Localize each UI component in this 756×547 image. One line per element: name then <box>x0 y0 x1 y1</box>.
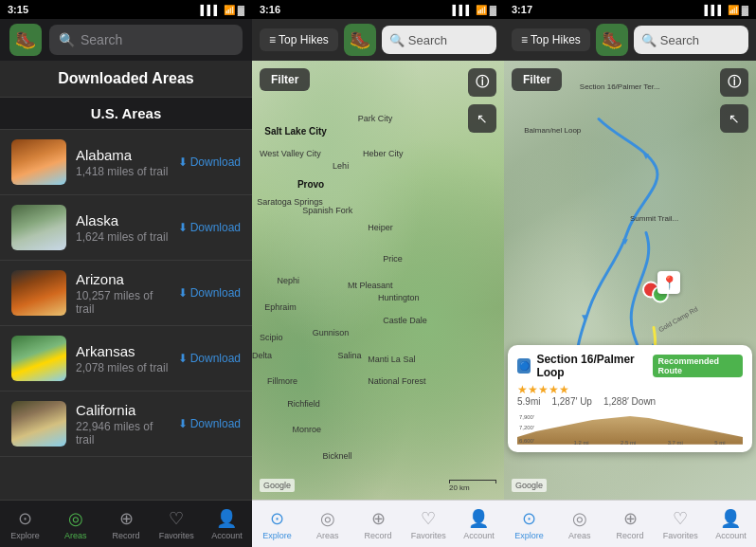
search-box-1[interactable]: 🔍 Search <box>49 25 243 55</box>
map-label: Balman/nel Loop <box>524 126 581 135</box>
area-miles: 22,946 miles of trail <box>76 420 169 447</box>
areas-icon: ◎ <box>68 508 83 529</box>
search-icon-3: 🔍 <box>641 33 657 47</box>
nav-arrow-button-2[interactable]: ↖ <box>468 104 496 133</box>
list-item[interactable]: California 22,946 miles of trail ⬇ Downl… <box>0 392 252 457</box>
list-item[interactable]: Arizona 10,257 miles of trail ⬇ Download <box>0 261 252 326</box>
search-placeholder-1: Search <box>81 32 122 47</box>
status-icons-3: ▌▌▌ 📶 ▓ <box>704 5 748 15</box>
area-list[interactable]: Alabama 1,418 miles of trail ⬇ Download … <box>0 130 252 500</box>
map-label: Monroe <box>293 425 322 434</box>
top-hikes-menu-3[interactable]: ≡ Top Hikes <box>512 28 590 51</box>
tab-account-1[interactable]: 👤 Account <box>202 504 252 544</box>
svg-text:7,900′: 7,900′ <box>519 414 534 420</box>
svg-text:6,600′: 6,600′ <box>519 438 534 444</box>
status-bar-1: 3:15 ▌▌▌ 📶 ▓ <box>0 0 252 19</box>
tab-areas-3[interactable]: ◎ Areas <box>554 504 604 544</box>
tab-label: Favorites <box>159 531 194 540</box>
map-label: National Forest <box>368 376 425 386</box>
info-button-3[interactable]: ⓘ <box>720 68 748 97</box>
map-view-2[interactable]: Salt Lake City Park City West Valley Cit… <box>252 61 504 500</box>
list-item[interactable]: Arkansas 2,078 miles of trail ⬇ Download <box>0 326 252 392</box>
pin-icon: 📍 <box>661 275 677 290</box>
tab-favorites-3[interactable]: ♡ Favorites <box>656 504 706 544</box>
account-icon: 👤 <box>720 508 741 529</box>
area-thumb-arkansas <box>11 336 66 381</box>
app-icon-2[interactable]: 🥾 <box>344 24 376 56</box>
nav-bar-1: 🥾 🔍 Search <box>0 19 252 61</box>
tab-record-2[interactable]: ⊕ Record <box>352 504 403 544</box>
trail-card[interactable]: 🔵 Section 16/Palmer Loop Recommended Rou… <box>508 345 752 452</box>
download-button-california[interactable]: ⬇ Download <box>178 417 241 430</box>
area-info-alabama: Alabama 1,418 miles of trail <box>76 147 169 178</box>
battery-icon: ▓ <box>742 5 748 15</box>
section-header-downloaded: Downloaded Areas <box>0 61 252 98</box>
tab-explore-1[interactable]: ⊙ Explore <box>0 504 50 544</box>
top-hikes-menu-2[interactable]: ≡ Top Hikes <box>260 28 338 51</box>
app-icon-3[interactable]: 🥾 <box>596 24 628 56</box>
trail-stars: ★★★★★ <box>517 383 743 396</box>
search-box-3[interactable]: 🔍 Search <box>634 26 748 54</box>
map-label: Park City <box>358 114 393 123</box>
tab-areas-2[interactable]: ◎ Areas <box>302 504 352 544</box>
status-time-1: 3:15 <box>8 4 28 15</box>
nav-arrow-button-3[interactable]: ↖ <box>720 104 748 133</box>
download-button-arizona[interactable]: ⬇ Download <box>178 286 241 300</box>
area-thumb-alabama <box>11 139 66 185</box>
area-name: California <box>76 402 169 418</box>
download-button-arkansas[interactable]: ⬇ Download <box>178 352 241 365</box>
tab-label: Areas <box>568 531 591 540</box>
menu-icon: ≡ Top Hikes <box>521 33 581 46</box>
filter-button-2[interactable]: Filter <box>260 68 310 91</box>
menu-icon: ≡ Top Hikes <box>269 33 329 46</box>
elevation-svg: 7,900′ 7,200′ 6,600′ 1.2 mi 2.5 mi 3.7 m… <box>517 410 743 445</box>
tab-favorites-1[interactable]: ♡ Favorites <box>152 504 202 544</box>
nav-bar-2: ≡ Top Hikes 🥾 🔍 Search <box>252 19 504 61</box>
favorites-icon: ♡ <box>169 508 184 529</box>
area-miles: 10,257 miles of trail <box>76 289 169 316</box>
map-label: Provo <box>297 179 324 190</box>
recommended-badge: Recommended Route <box>653 355 743 377</box>
sub-header-us: U.S. Areas <box>0 98 252 130</box>
google-logo-3: Google <box>512 479 547 492</box>
download-icon: ⬇ <box>178 286 188 300</box>
signal-icon: ▌▌▌ <box>704 5 724 15</box>
download-button-alaska[interactable]: ⬇ Download <box>178 221 241 234</box>
nav-bar-3: ≡ Top Hikes 🥾 🔍 Search <box>504 19 756 61</box>
area-info-arkansas: Arkansas 2,078 miles of trail <box>76 343 169 374</box>
map-label: Salina <box>337 351 361 360</box>
tab-label: Record <box>365 531 392 540</box>
tab-record-1[interactable]: ⊕ Record <box>100 504 151 544</box>
tab-label: Account <box>211 531 243 540</box>
tab-account-2[interactable]: 👤 Account <box>454 504 504 544</box>
tab-explore-3[interactable]: ⊙ Explore <box>504 504 554 544</box>
download-button-alabama[interactable]: ⬇ Download <box>178 155 241 169</box>
area-miles: 1,418 miles of trail <box>76 165 169 178</box>
explore-icon: ⊙ <box>522 508 536 529</box>
area-miles: 1,624 miles of trail <box>76 230 169 244</box>
tab-bar-2: ⊙ Explore ◎ Areas ⊕ Record ♡ Favorites 👤… <box>252 500 504 547</box>
app-icon-1[interactable]: 🥾 <box>9 24 42 56</box>
download-icon: ⬇ <box>178 155 188 169</box>
tab-areas-1[interactable]: ◎ Areas <box>50 504 100 544</box>
tab-record-3[interactable]: ⊕ Record <box>604 504 655 544</box>
tab-favorites-2[interactable]: ♡ Favorites <box>404 504 454 544</box>
status-time-2: 3:16 <box>260 4 280 15</box>
list-item[interactable]: Alabama 1,418 miles of trail ⬇ Download <box>0 130 252 195</box>
tab-explore-2[interactable]: ⊙ Explore <box>252 504 302 544</box>
trail-type-icon: 🔵 <box>517 358 531 374</box>
trail-name-row: 🔵 Section 16/Palmer Loop <box>517 353 653 379</box>
area-thumb-alaska <box>11 205 66 250</box>
info-button-2[interactable]: ⓘ <box>468 68 496 97</box>
favorites-icon: ♡ <box>421 508 436 529</box>
panel-map-utah: 3:16 ▌▌▌ 📶 ▓ ≡ Top Hikes 🥾 🔍 Search Salt… <box>252 0 504 547</box>
map-view-3[interactable]: ▼ ▼ ▼ ▲ Gold Camp Rd Section 16/Palmer T… <box>504 61 756 500</box>
tab-bar-1: ⊙ Explore ◎ Areas ⊕ Record ♡ Favorites 👤… <box>0 500 252 547</box>
search-box-2[interactable]: 🔍 Search <box>382 26 496 54</box>
tab-account-3[interactable]: 👤 Account <box>706 504 756 544</box>
filter-button-3[interactable]: Filter <box>512 68 562 91</box>
area-thumb-arizona <box>11 270 66 316</box>
list-item[interactable]: Alaska 1,624 miles of trail ⬇ Download <box>0 195 252 261</box>
download-icon: ⬇ <box>178 352 188 365</box>
pin-button[interactable]: 📍 <box>657 271 680 294</box>
